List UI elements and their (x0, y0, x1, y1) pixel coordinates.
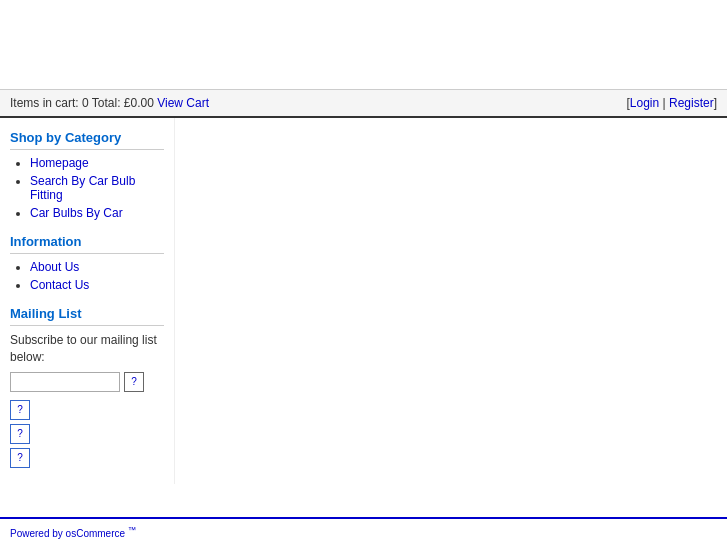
cart-items-text: Items in cart: 0 (10, 96, 89, 110)
mailing-list-section: Mailing List Subscribe to our mailing li… (10, 306, 164, 468)
about-us-link[interactable]: About Us (30, 260, 79, 274)
car-bulbs-by-car-link[interactable]: Car Bulbs By Car (30, 206, 123, 220)
contact-us-link[interactable]: Contact Us (30, 278, 89, 292)
question-icon: ? (131, 376, 137, 387)
list-item: Search By Car Bulb Fitting (30, 174, 164, 202)
login-link[interactable]: Login (630, 96, 659, 110)
cart-total-text: Total: £0.00 (92, 96, 154, 110)
list-item: Car Bulbs By Car (30, 206, 164, 220)
register-link[interactable]: Register (669, 96, 714, 110)
search-by-car-link[interactable]: Search By Car Bulb Fitting (30, 174, 135, 202)
mailing-list-title: Mailing List (10, 306, 164, 326)
header-banner (0, 0, 727, 90)
view-cart-link[interactable]: View Cart (157, 96, 209, 110)
extra-icon-2[interactable]: ? (10, 424, 30, 444)
shop-by-category-section: Shop by Category Homepage Search By Car … (10, 130, 164, 220)
content-area (175, 118, 727, 484)
list-item: Contact Us (30, 278, 164, 292)
list-item: About Us (30, 260, 164, 274)
cart-info: Items in cart: 0 Total: £0.00 View Cart (10, 96, 209, 110)
info-links-list: About Us Contact Us (10, 260, 164, 292)
mailing-description: Subscribe to our mailing list below: (10, 332, 164, 366)
list-item: Homepage (30, 156, 164, 170)
homepage-link[interactable]: Homepage (30, 156, 89, 170)
shop-links-list: Homepage Search By Car Bulb Fitting Car … (10, 156, 164, 220)
mailing-extra-icons: ? ? ? (10, 400, 164, 468)
main-container: Shop by Category Homepage Search By Car … (0, 118, 727, 484)
mailing-email-input[interactable] (10, 372, 120, 392)
cart-bar: Items in cart: 0 Total: £0.00 View Cart … (0, 90, 727, 118)
shop-by-category-title: Shop by Category (10, 130, 164, 150)
auth-links: [Login | Register] (626, 96, 717, 110)
information-title: Information (10, 234, 164, 254)
sidebar: Shop by Category Homepage Search By Car … (0, 118, 175, 484)
mailing-submit-button[interactable]: ? (124, 372, 144, 392)
information-section: Information About Us Contact Us (10, 234, 164, 292)
mailing-form: ? (10, 372, 164, 392)
extra-icon-3[interactable]: ? (10, 448, 30, 468)
extra-icon-1[interactable]: ? (10, 400, 30, 420)
